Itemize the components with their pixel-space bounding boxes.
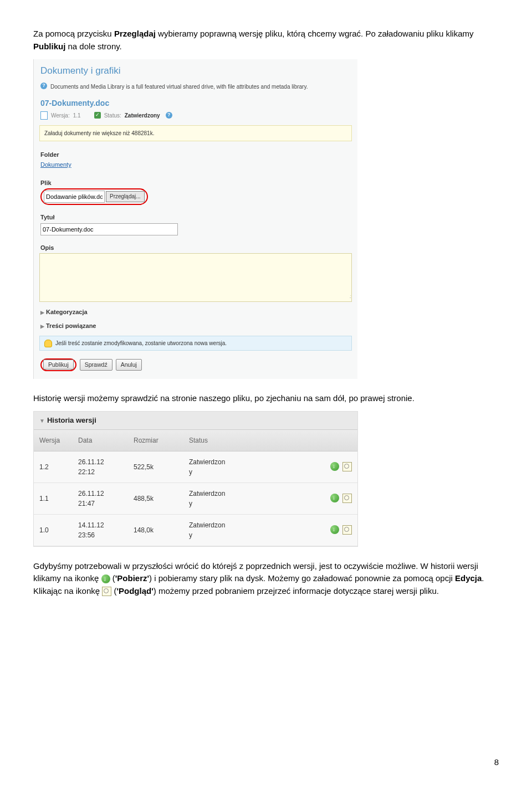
cancel-button[interactable]: Anuluj [116,359,142,371]
col-size: Rozmiar [134,435,189,445]
info-text: Jeśli treść zostanie zmodyfikowana, zost… [55,339,227,347]
button-row: Publikuj Sprawdź Anuluj [34,356,357,379]
page-icon [40,111,48,120]
screenshot-version-history: ▼Historia wersji Wersja Data Rozmiar Sta… [33,411,358,547]
categorization-section[interactable]: ▶Kategoryzacja [34,305,357,319]
file-path-input[interactable] [44,191,105,203]
text: na dole strony. [65,42,121,51]
intro-paragraph-3: Gdybyśmy potrzebowali w przyszłości wróc… [33,560,499,598]
version-history-header[interactable]: ▼Historia wersji [34,412,357,429]
text: Za pomocą przycisku [33,29,114,38]
upload-limit-message: Załaduj dokumenty nie większe niż 488281… [39,125,352,141]
info-message-bar: Jeśli treść zostanie zmodyfikowana, zost… [39,336,352,351]
panel-description: ? Documents and Media Library is a full … [34,80,357,93]
cell-size: 488,5k [134,494,189,504]
cell-status: Zatwierdzony [189,520,255,540]
cell-size: 522,5k [134,462,189,472]
preview-icon[interactable] [342,525,352,535]
download-icon[interactable] [330,494,339,502]
table-row: 1.2 26.11.1222:12 522,5k Zatwierdzony [34,451,357,483]
download-icon [101,574,110,583]
col-status: Status [189,435,255,445]
related-content-section[interactable]: ▶Treści powiązane [34,319,357,333]
help-icon: ? [40,83,47,89]
folder-label: Folder [34,147,357,161]
bold-pobierz: 'Pobierz' [115,573,149,583]
title-input[interactable] [40,223,178,235]
document-name: 07-Dokumenty.doc [34,93,357,110]
intro-paragraph-2: Historię wersji możemy sprawdzić na stro… [33,392,499,405]
highlight-circle-browse: Przeglądaj... [40,188,148,205]
col-date: Data [78,435,134,445]
description-textarea[interactable]: ..: [39,253,352,302]
highlight-circle-publish: Publikuj [40,358,76,371]
bold-publikuj: Publikuj [33,42,65,51]
browse-button[interactable]: Przeglądaj... [106,191,145,202]
text: ( [110,573,115,583]
version-label: Wersja: [51,111,70,120]
table-header: Wersja Data Rozmiar Status [34,429,357,451]
download-icon[interactable] [330,525,339,534]
chevron-down-icon: ▼ [39,418,45,424]
table-row: 1.0 14.11.1223:56 148,0k Zatwierdzony [34,515,357,546]
download-icon[interactable] [330,462,339,471]
cell-date: 14.11.1223:56 [78,520,134,540]
chevron-right-icon: ▶ [40,310,44,315]
cell-date: 26.11.1222:12 [78,457,134,477]
col-version: Wersja [39,435,78,445]
help-icon: ? [166,112,172,119]
screenshot-upload-form: Dokumenty i grafiki ? Documents and Medi… [33,59,357,379]
cell-status: Zatwierdzony [189,489,255,509]
status-value: Zatwierdzony [125,111,160,120]
bold-przegladaj: Przeglądaj [114,29,156,38]
panel-title: Dokumenty i grafiki [34,59,357,80]
intro-paragraph-1: Za pomocą przycisku Przeglądaj wybieramy… [33,28,499,53]
lightbulb-icon [44,340,52,347]
status-label: Status: [104,111,121,120]
check-icon [94,112,101,119]
bold-podglad: 'Podgląd' [116,586,153,596]
check-button[interactable]: Sprawdź [80,359,112,371]
cell-status: Zatwierdzony [189,457,255,477]
preview-icon[interactable] [342,494,352,503]
cell-version: 1.1 [39,494,78,504]
preview-icon[interactable] [342,462,352,471]
file-label: Plik [34,175,357,189]
title-label: Tytuł [34,209,357,223]
chevron-right-icon: ▶ [40,324,44,329]
status-line: Wersja: 1.1 Status: Zatwierdzony ? [34,110,357,125]
description-text: Documents and Media Library is a full fe… [50,83,308,91]
text: ) możemy przed pobraniem przejrzeć infor… [154,586,439,596]
preview-icon [102,587,111,596]
text: wybieramy poprawną wersję pliku, którą c… [156,29,474,38]
cell-size: 148,0k [134,525,189,535]
cell-version: 1.0 [39,525,78,535]
folder-link[interactable]: Dokumenty [34,160,357,175]
publish-button[interactable]: Publikuj [43,360,74,370]
cell-date: 26.11.1221:47 [78,489,134,509]
description-label: Opis [34,240,357,254]
resize-handle-icon[interactable]: ..: [349,293,350,301]
version-value: 1.1 [73,111,81,120]
table-row: 1.1 26.11.1221:47 488,5k Zatwierdzony [34,483,357,515]
text: ) i pobieramy stary plik na dysk. Możemy… [149,573,455,583]
cell-version: 1.2 [39,462,78,472]
bold-edycja: Edycja [455,573,482,583]
